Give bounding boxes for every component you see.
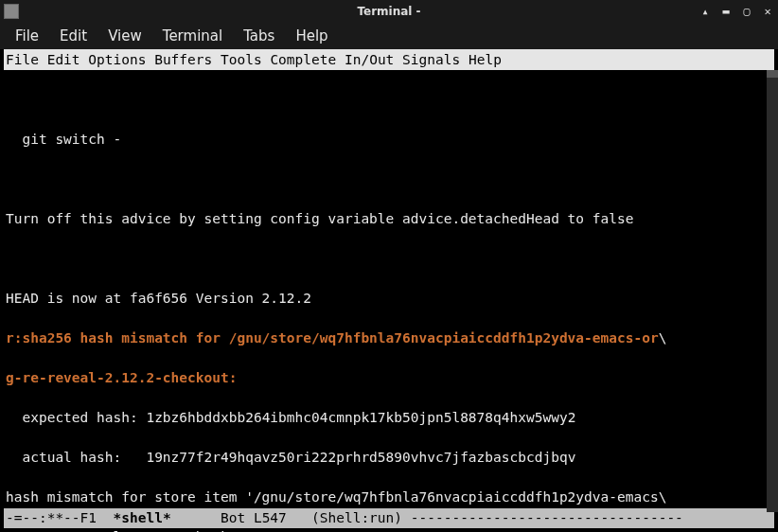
output-line: expected hash: 1zbz6hbddxbb264ibmhc04cmn… — [6, 408, 772, 428]
emacs-menu-inout[interactable]: In/Out — [345, 52, 394, 67]
output-line: -org-re-reveal-2.12.2-checkout' — [6, 527, 772, 532]
shade-button[interactable]: ▴ — [698, 5, 712, 18]
output-line: hash mismatch for store item '/gnu/store… — [6, 488, 772, 507]
titlebar: Terminal - ▴ ▬ ▢ ✕ — [0, 0, 778, 23]
menu-file[interactable]: File — [6, 24, 48, 48]
wrap-char: \ — [659, 330, 667, 346]
window-title: Terminal - — [357, 5, 420, 18]
output-line: actual hash: 19nz77f2r49hqavz50ri222prhr… — [6, 448, 772, 468]
emacs-menu-file[interactable]: File — [6, 52, 39, 67]
output-line: Turn off this advice by setting config v… — [6, 209, 772, 229]
output-line: HEAD is now at fa6f656 Version 2.12.2 — [6, 289, 772, 309]
menu-edit[interactable]: Edit — [50, 24, 97, 48]
emacs-menu-buffers[interactable]: Buffers — [154, 52, 212, 67]
terminal-app-icon — [4, 4, 19, 19]
menu-tabs[interactable]: Tabs — [234, 24, 284, 48]
scrollbar-thumb[interactable] — [767, 70, 778, 78]
app-menubar: File Edit View Terminal Tabs Help — [0, 23, 778, 49]
terminal-area: File Edit Options Buffers Tools Complete… — [0, 49, 778, 532]
emacs-menubar: File Edit Options Buffers Tools Complete… — [4, 49, 774, 70]
window-controls: ▴ ▬ ▢ ✕ — [698, 5, 774, 18]
menu-terminal[interactable]: Terminal — [153, 24, 232, 48]
emacs-menu-help[interactable]: Help — [469, 52, 502, 67]
error-line: r:sha256 hash mismatch for /gnu/store/wq… — [6, 330, 659, 346]
output-line: git switch - — [6, 130, 772, 150]
scrollbar-track[interactable] — [767, 70, 778, 512]
error-line: g-re-reveal-2.12.2-checkout: — [6, 370, 237, 385]
maximize-button[interactable]: ▢ — [740, 5, 753, 18]
emacs-menu-signals[interactable]: Signals — [402, 52, 460, 67]
minimize-button[interactable]: ▬ — [719, 5, 733, 18]
close-button[interactable]: ✕ — [761, 5, 774, 18]
terminal-buffer[interactable]: git switch - Turn off this advice by set… — [4, 70, 774, 508]
menu-view[interactable]: View — [98, 24, 151, 48]
emacs-menu-tools[interactable]: Tools — [221, 52, 262, 67]
emacs-menu-complete[interactable]: Complete — [270, 52, 336, 67]
emacs-menu-edit[interactable]: Edit — [47, 52, 80, 67]
emacs-menu-options[interactable]: Options — [88, 52, 146, 67]
menu-help[interactable]: Help — [286, 24, 337, 48]
